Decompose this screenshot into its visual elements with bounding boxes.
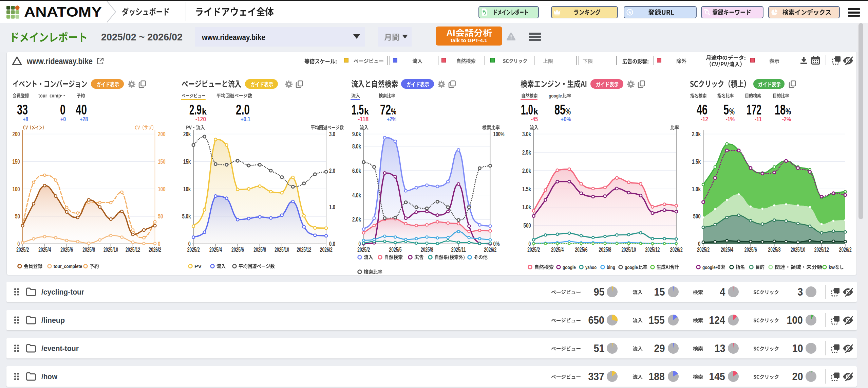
svg-text:bing: bing [607,264,615,270]
svg-text:337: 337 [588,371,604,383]
svg-text:2025/5: 2025/5 [389,246,402,253]
svg-text:150: 150 [158,158,166,165]
svg-text:2.0k: 2.0k [352,216,361,223]
svg-text:2025/2: 2025/2 [187,246,200,253]
svg-text:2025/6: 2025/6 [744,246,757,253]
svg-text:200: 200 [13,130,20,138]
svg-text:4.0k: 4.0k [352,192,361,199]
svg-text:29: 29 [654,342,665,354]
svg-text:2025/4: 2025/4 [551,246,564,253]
svg-text:2025/6: 2025/6 [575,246,587,253]
svg-text:100: 100 [13,186,20,193]
svg-text:2025/8: 2025/8 [253,246,266,253]
svg-text:2025/4: 2025/4 [209,246,222,253]
svg-text:13: 13 [714,342,725,354]
svg-text:2025/8: 2025/8 [768,246,781,253]
svg-text:50: 50 [158,213,163,220]
svg-text:3.0k: 3.0k [522,130,531,138]
svg-text:100: 100 [158,186,166,193]
svg-text:2025/12: 2025/12 [645,246,660,253]
svg-text:/lineup: /lineup [41,316,65,324]
svg-text:yahoo: yahoo [585,264,597,270]
svg-text:2025/10: 2025/10 [103,246,118,253]
svg-text:155: 155 [649,314,665,326]
svg-text:2025/8: 2025/8 [421,246,433,253]
svg-text:15k: 15k [183,158,191,165]
svg-text:2026/2: 2026/2 [670,246,683,253]
svg-text:2026/2: 2026/2 [484,246,496,253]
svg-text:500: 500 [524,222,531,229]
svg-text:2025/10: 2025/10 [621,246,636,253]
svg-text:2025/10: 2025/10 [791,246,805,253]
svg-text:2025/6: 2025/6 [231,246,244,253]
svg-text:2025/11: 2025/11 [451,246,466,253]
svg-text:2025/8: 2025/8 [599,246,611,253]
svg-text:2025/4: 2025/4 [721,246,733,253]
svg-text:4: 4 [720,286,725,298]
svg-text:2.5k: 2.5k [522,149,531,156]
svg-text:500: 500 [693,213,701,220]
svg-text:650: 650 [588,314,604,326]
svg-text:google: google [625,264,638,270]
svg-text:15: 15 [654,286,665,298]
svg-text:100: 100 [787,314,803,326]
svg-text:200: 200 [158,130,166,138]
svg-text:2025/2: 2025/2 [697,246,710,253]
svg-text:95: 95 [593,286,604,298]
svg-text:6.0k: 6.0k [352,167,361,174]
svg-text:150: 150 [13,158,20,165]
svg-text:2025/8: 2025/8 [82,246,95,253]
svg-text:2025/2: 2025/2 [527,246,540,253]
svg-text:1.5k: 1.5k [522,186,531,193]
svg-text:20: 20 [792,371,803,383]
svg-text:188: 188 [649,371,665,383]
svg-text:google: google [563,264,576,270]
svg-text:2025/2: 2025/2 [357,246,370,253]
svg-text:124: 124 [709,314,725,326]
svg-text:1.0: 1.0 [329,204,335,211]
svg-text:2025/12: 2025/12 [297,246,311,253]
svg-text:8.0k: 8.0k [352,143,361,150]
svg-text:2.0: 2.0 [329,167,335,174]
svg-text:/cycling-tour: /cycling-tour [41,288,84,296]
svg-text:2025/10: 2025/10 [275,246,289,253]
svg-text:2.0k: 2.0k [522,167,531,174]
svg-text:2025/12: 2025/12 [126,246,140,253]
svg-text:2025/4: 2025/4 [38,246,51,253]
svg-text:10: 10 [792,342,803,354]
svg-text:145: 145 [709,371,725,383]
svg-text:2026/2: 2026/2 [149,246,161,253]
svg-text:100%: 100% [493,130,505,138]
svg-text:2026/2: 2026/2 [320,246,333,253]
svg-text:2025/2: 2025/2 [16,246,29,253]
svg-text:2025/12: 2025/12 [814,246,829,253]
svg-text:2025/6: 2025/6 [60,246,73,253]
svg-text:1.0k: 1.0k [692,186,701,193]
svg-text:50: 50 [15,213,20,220]
svg-text:/event-tour: /event-tour [41,344,79,353]
svg-text:5.0k: 5.0k [182,213,191,220]
svg-text:google: google [702,264,716,270]
svg-text:2.0k: 2.0k [692,130,701,138]
svg-text:3: 3 [797,286,803,298]
svg-text:51: 51 [593,342,604,354]
svg-text:PV: PV [194,263,202,269]
svg-text:3.0: 3.0 [329,130,335,138]
svg-text:1.0k: 1.0k [522,204,531,211]
svg-text:1.5k: 1.5k [692,158,701,165]
svg-text:10k: 10k [183,186,191,193]
svg-text:/how: /how [41,372,57,381]
svg-text:9.0k: 9.0k [352,130,361,138]
svg-text:20k: 20k [183,130,191,138]
svg-text:2026/2: 2026/2 [839,246,852,253]
svg-text:kw: kw [829,264,835,270]
svg-text:tour_complete: tour_complete [54,263,82,269]
